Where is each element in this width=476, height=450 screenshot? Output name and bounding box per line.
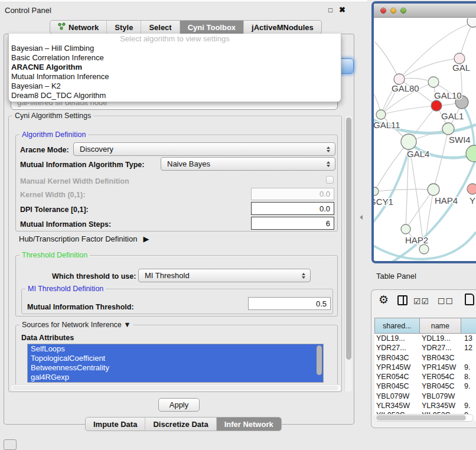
tab-style[interactable]: Style: [107, 21, 141, 34]
table-cell: YBR043C: [420, 353, 462, 363]
apply-button[interactable]: Apply: [158, 398, 200, 412]
algorithm-option-bayesian-hill-climbing[interactable]: Bayesian – Hill Climbing: [9, 44, 341, 53]
tab-jactivemnodules[interactable]: jActiveMNodules: [244, 21, 321, 34]
settings-horizontal-scrollbar[interactable]: [11, 384, 341, 392]
app-root: Control Panel □ ✖ NetworkStyleSelectCyni…: [0, 0, 476, 450]
table-row[interactable]: YPR145WYPR145W9.: [374, 363, 476, 372]
table-body: YDL19...YDL19...13YDR27...YDR27...12YBR0…: [374, 334, 476, 420]
node-label-gal10: GAL10: [434, 90, 462, 100]
network-edge[interactable]: [433, 129, 448, 190]
algorithm-option-aracne-algorithm[interactable]: ARACNE Algorithm: [9, 63, 341, 72]
network-edge[interactable]: [374, 189, 433, 191]
table-row[interactable]: YER054CYER054C8.: [374, 372, 476, 381]
tab-cyni-toolbox[interactable]: Cyni Toolbox: [180, 21, 244, 34]
float-panel-icon[interactable]: □: [328, 6, 332, 14]
kernel-width-field[interactable]: 0.0: [251, 188, 334, 200]
network-edge[interactable]: [406, 190, 433, 229]
network-edge[interactable]: [381, 106, 436, 115]
node-label-hap4: HAP4: [435, 195, 458, 206]
close-traffic-light-icon[interactable]: [380, 8, 386, 14]
dpi-tolerance-field[interactable]: 0.0: [251, 202, 334, 215]
network-canvas[interactable]: GALGAL80GAL10GAL1GAL11SWI4GAL4GCY1HAP4YH…: [374, 18, 476, 263]
network-window-titlebar[interactable]: [374, 4, 476, 18]
data-attribute-option-betweennesscentrality[interactable]: BetweennessCentrality: [28, 363, 323, 373]
node-label-gal11: GAL11: [374, 120, 400, 130]
scrollbar-thumb[interactable]: [12, 386, 338, 390]
close-panel-icon[interactable]: ✖: [339, 5, 345, 14]
network-node[interactable]: [467, 18, 476, 27]
algorithm-dropdown-popup: Select algorithm to view settings Bayesi…: [8, 34, 341, 102]
network-node-gal4[interactable]: [401, 134, 416, 149]
mi-steps-field[interactable]: 6: [251, 217, 334, 230]
column-header-cut[interactable]: [461, 318, 476, 334]
column-header-shared[interactable]: shared...: [375, 318, 420, 334]
zoom-traffic-light-icon[interactable]: [400, 8, 406, 14]
select-all-columns-icon[interactable]: ☑☑: [413, 296, 429, 306]
panel-splitter-arrow-icon[interactable]: [360, 215, 363, 220]
algorithm-option-basic-correlation-inference[interactable]: Basic Correlation Inference: [9, 53, 341, 63]
table-row[interactable]: YDR27...YDR27...12: [374, 343, 476, 353]
table-cell: YBR045C: [374, 381, 420, 391]
scrollbar-thumb[interactable]: [376, 415, 466, 420]
list-scrollbar-thumb[interactable]: [317, 345, 322, 375]
table-row[interactable]: YBL079WYBL079W: [374, 392, 476, 401]
network-node-y[interactable]: [467, 184, 476, 194]
combobox-stepper-icon: [324, 161, 333, 167]
scrollbar-thumb[interactable]: [346, 118, 351, 360]
algorithm-option-bayesian-k2[interactable]: Bayesian – K2: [9, 81, 341, 91]
which-threshold-combobox[interactable]: MI Threshold: [138, 269, 311, 282]
kernel-width-label: Kernel Width (0,1):: [20, 191, 85, 199]
aracne-mode-value: Discovery: [74, 145, 324, 154]
network-node-swi4[interactable]: [442, 123, 454, 135]
bottom-tab-impute-data[interactable]: Impute Data: [86, 418, 145, 431]
tab-network[interactable]: Network: [50, 21, 107, 34]
settings-vertical-scrollbar[interactable]: [344, 116, 352, 392]
network-node-gcy1[interactable]: [374, 187, 379, 195]
document-icon[interactable]: [465, 294, 474, 305]
combobox-stepper-icon: [324, 146, 333, 152]
network-node[interactable]: [419, 244, 429, 254]
network-node-gal10[interactable]: [428, 77, 439, 87]
data-attribute-option-selfloops[interactable]: SelfLoops: [28, 344, 323, 354]
tab-label: Discretize Data: [153, 420, 208, 429]
table-cell: 12: [462, 343, 476, 353]
network-node-hap4[interactable]: [428, 184, 439, 195]
table-row[interactable]: YBR045CYBR045C9.: [374, 381, 476, 391]
data-attribute-option-topologicalcoefficient[interactable]: TopologicalCoefficient: [28, 354, 323, 363]
table-panel: ⚙ ☑☑ ☐☐ shared...name YDL19...YDL19...13…: [371, 289, 476, 428]
algorithm-option-dream8-dc-tdc-algorithm[interactable]: Dream8 DC_TDC Algorithm: [9, 91, 341, 100]
hub-definition-expander[interactable]: Hub/Transcription Factor Definition ▶: [19, 234, 149, 243]
network-node-gal1[interactable]: [431, 100, 442, 111]
mi-algorithm-type-value: Naive Bayes: [161, 159, 324, 168]
network-node-gal11[interactable]: [376, 110, 386, 119]
gear-icon[interactable]: ⚙: [379, 293, 389, 306]
network-node[interactable]: [466, 145, 476, 162]
table-row[interactable]: YLR345WYLR345W9.: [374, 401, 476, 410]
sources-group-title[interactable]: Sources for Network Inference ▼: [19, 321, 133, 329]
manual-kernel-checkbox[interactable]: [326, 176, 334, 184]
tab-select[interactable]: Select: [141, 21, 180, 34]
table-row[interactable]: YBR043CYBR043C: [374, 353, 476, 363]
bottom-tab-infer-network[interactable]: Infer Network: [217, 418, 281, 431]
bottom-tab-discretize-data[interactable]: Discretize Data: [145, 418, 216, 431]
table-row[interactable]: YDL19...YDL19...13: [374, 334, 476, 343]
aracne-mode-combobox[interactable]: Discovery: [73, 142, 335, 156]
unselect-all-columns-icon[interactable]: ☐☐: [438, 296, 454, 306]
minimize-traffic-light-icon[interactable]: [390, 8, 396, 14]
mi-algorithm-type-combobox[interactable]: Naive Bayes: [161, 157, 335, 171]
combobox-stepper-icon: [299, 273, 308, 279]
table-horizontal-scrollbar[interactable]: [374, 414, 474, 422]
network-edge[interactable]: [375, 42, 399, 79]
column-header-name[interactable]: name: [420, 318, 462, 334]
network-node-hap2[interactable]: [401, 224, 410, 234]
split-columns-icon[interactable]: [397, 295, 407, 305]
tab-label: Network: [69, 23, 99, 32]
data-attributes-list[interactable]: SelfLoopsTopologicalCoefficientBetweenne…: [27, 344, 324, 383]
tab-label: Cyni Toolbox: [188, 23, 236, 32]
algorithm-option-mutual-information-inference[interactable]: Mutual Information Inference: [9, 72, 341, 81]
network-edge[interactable]: [374, 144, 410, 225]
data-attribute-option-gal4rgexp[interactable]: gal4RGexp: [28, 373, 323, 382]
mi-threshold-field[interactable]: 0.5: [248, 297, 331, 310]
table-cell: 9.: [462, 363, 476, 372]
corner-button[interactable]: [4, 439, 17, 450]
